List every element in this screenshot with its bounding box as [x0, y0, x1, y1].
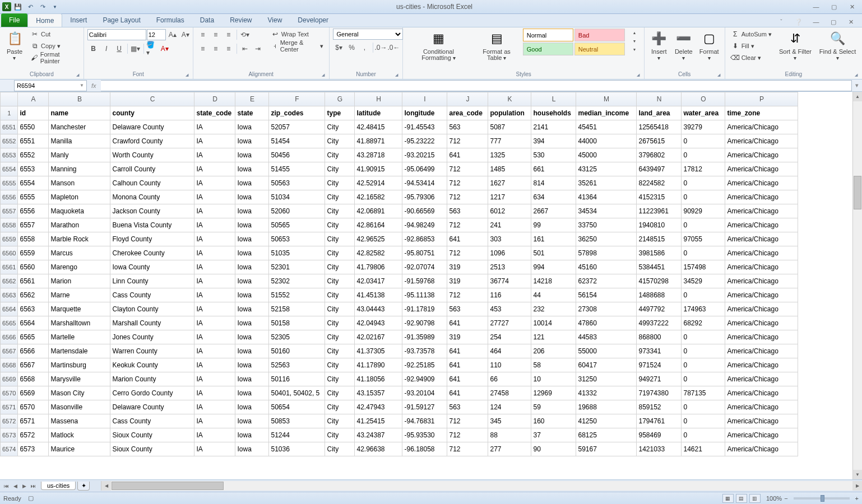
cell[interactable]: 303 [488, 232, 531, 246]
col-header-C[interactable]: C [110, 92, 194, 106]
cell[interactable]: 6570 [18, 400, 49, 414]
cell[interactable]: IA [194, 428, 235, 442]
cell[interactable]: 52563 [269, 358, 325, 372]
grid[interactable]: ABCDEFGHIJKLMNOP1idnamecountystate_codes… [0, 92, 862, 479]
cell[interactable]: 2667 [531, 204, 576, 218]
cell[interactable]: -95.80751 [402, 246, 447, 260]
new-sheet-button[interactable]: ✦ [77, 482, 90, 491]
header-cell[interactable]: state [235, 106, 269, 120]
cell[interactable]: 277 [488, 442, 531, 456]
cell[interactable]: 712 [447, 414, 488, 428]
cell[interactable]: IA [194, 148, 235, 162]
cell[interactable]: -94.98249 [402, 218, 447, 232]
page-break-view-icon[interactable]: ▥ [749, 494, 761, 503]
cell[interactable]: 50565 [269, 218, 325, 232]
cell[interactable]: 14218 [531, 274, 576, 288]
cell[interactable]: Marquette [49, 302, 110, 316]
cell[interactable]: 116 [488, 288, 531, 302]
cell[interactable]: America/Chicago [725, 344, 798, 358]
name-box-dropdown-icon[interactable]: ▼ [80, 83, 84, 88]
cell[interactable]: 52302 [269, 274, 325, 288]
cell[interactable]: 41332 [576, 386, 637, 400]
header-cell[interactable]: time_zone [725, 106, 798, 120]
cell[interactable]: America/Chicago [725, 414, 798, 428]
scroll-right-icon[interactable]: ▶ [852, 481, 862, 491]
cell[interactable]: City [325, 260, 355, 274]
col-header-J[interactable]: J [447, 92, 488, 106]
cell[interactable]: America/Chicago [725, 428, 798, 442]
header-cell[interactable]: type [325, 106, 355, 120]
format-as-table-button[interactable]: ▤Format as Table ▾ [472, 29, 520, 62]
cell[interactable]: America/Chicago [725, 218, 798, 232]
cell[interactable]: 1940810 [637, 218, 682, 232]
decrease-indent-icon[interactable]: ⇤ [239, 43, 251, 55]
select-all-corner[interactable] [1, 92, 18, 106]
cell[interactable]: 206 [531, 344, 576, 358]
cell[interactable]: Iowa [235, 148, 269, 162]
cell[interactable]: Iowa [235, 120, 269, 134]
cell[interactable]: Iowa [235, 442, 269, 456]
cell[interactable]: 8224582 [637, 176, 682, 190]
tab-review[interactable]: Review [222, 13, 259, 27]
cell[interactable]: -92.94909 [402, 372, 447, 386]
bold-button[interactable]: B [87, 43, 100, 55]
cell[interactable]: City [325, 330, 355, 344]
cell[interactable]: 42.47943 [355, 400, 402, 414]
cell[interactable]: IA [194, 274, 235, 288]
cell[interactable]: America/Chicago [725, 442, 798, 456]
scroll-up-icon[interactable]: ▲ [853, 92, 862, 101]
cell[interactable]: 35261 [576, 176, 637, 190]
cell[interactable]: Jackson County [110, 204, 194, 218]
cell[interactable]: 49937222 [637, 316, 682, 330]
cell[interactable]: America/Chicago [725, 302, 798, 316]
row-header-6567[interactable]: 6567 [1, 344, 18, 358]
cell[interactable]: Maquoketa [49, 204, 110, 218]
cell[interactable]: City [325, 316, 355, 330]
cell[interactable]: 6566 [18, 344, 49, 358]
cell[interactable]: Iowa [235, 330, 269, 344]
tab-insert[interactable]: Insert [62, 13, 95, 27]
cell[interactable]: 52305 [269, 330, 325, 344]
cell[interactable]: 712 [447, 442, 488, 456]
horizontal-scrollbar[interactable]: ◀ ▶ [101, 481, 862, 491]
align-bottom-icon[interactable]: ≡ [223, 29, 235, 41]
cell[interactable]: 1325 [488, 148, 531, 162]
cell[interactable]: 41.88971 [355, 134, 402, 148]
cell[interactable]: 68292 [682, 316, 725, 330]
cell[interactable]: Clayton County [110, 302, 194, 316]
cell[interactable]: Maurice [49, 442, 110, 456]
cell[interactable]: 43.15357 [355, 386, 402, 400]
cell[interactable]: Calhoun County [110, 176, 194, 190]
cell[interactable]: 319 [447, 330, 488, 344]
cell[interactable]: Iowa [235, 274, 269, 288]
cell[interactable]: America/Chicago [725, 288, 798, 302]
cell[interactable]: IA [194, 204, 235, 218]
sheet-nav-prev-icon[interactable]: ◀ [11, 482, 20, 491]
cell[interactable]: 6561 [18, 274, 49, 288]
clear-button[interactable]: ⌫Clear ▾ [729, 52, 774, 63]
cell[interactable]: 50116 [269, 372, 325, 386]
cell[interactable]: America/Chicago [725, 134, 798, 148]
cell[interactable]: America/Chicago [725, 274, 798, 288]
find-select-button[interactable]: 🔍Find & Select ▾ [817, 29, 859, 62]
cell[interactable]: 121 [531, 330, 576, 344]
cell[interactable]: Iowa [235, 316, 269, 330]
cell[interactable]: 42.04943 [355, 316, 402, 330]
cell[interactable]: Iowa [235, 400, 269, 414]
cell[interactable]: IA [194, 442, 235, 456]
sheet-tab-active[interactable]: us-cities [41, 482, 76, 490]
col-header-A[interactable]: A [18, 92, 49, 106]
cell[interactable]: 11223961 [637, 204, 682, 218]
col-header-N[interactable]: N [637, 92, 682, 106]
cell[interactable]: 1627 [488, 176, 531, 190]
undo-icon[interactable]: ↶ [25, 1, 36, 12]
cell[interactable]: 51034 [269, 190, 325, 204]
cell[interactable]: 6558 [18, 232, 49, 246]
cell[interactable]: 6439497 [637, 162, 682, 176]
cell[interactable]: 6552 [18, 148, 49, 162]
cell[interactable]: City [325, 218, 355, 232]
cell[interactable]: 319 [447, 274, 488, 288]
cell[interactable]: Cass County [110, 414, 194, 428]
row-header-6570[interactable]: 6570 [1, 386, 18, 400]
zoom-in-icon[interactable]: + [855, 495, 859, 502]
